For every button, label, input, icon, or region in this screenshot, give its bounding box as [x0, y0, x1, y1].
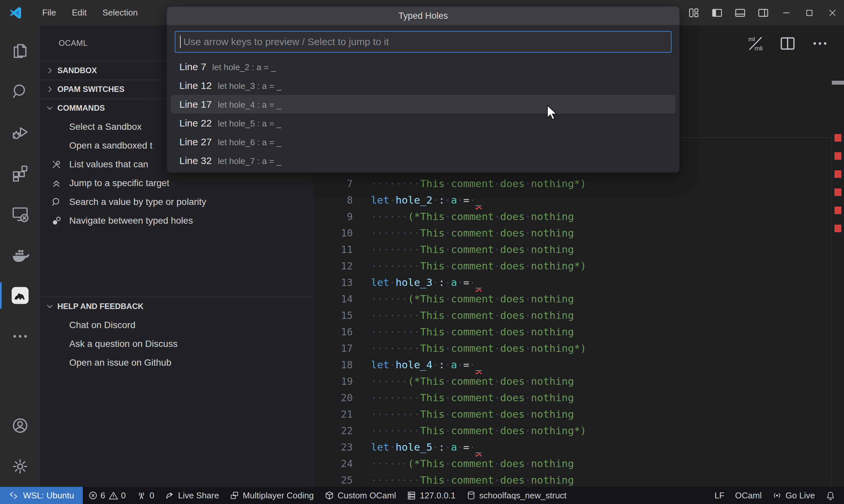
line-number[interactable]: 14: [313, 293, 353, 305]
code-line[interactable]: 15········This·comment·does·nothing: [313, 307, 574, 323]
sidebar-item-chat-on-discord[interactable]: Chat on Discord: [40, 316, 313, 334]
menu-file[interactable]: File: [34, 0, 64, 25]
activity-item-search[interactable]: [0, 71, 40, 112]
code-line[interactable]: 24······(*This·comment·does·nothing: [313, 455, 574, 472]
code-line[interactable]: 21········This·comment·does·nothing: [313, 406, 574, 422]
line-number[interactable]: 12: [313, 260, 353, 272]
ports-status[interactable]: 0: [131, 487, 159, 504]
code-text: ········This·comment·does·nothing*): [371, 425, 586, 436]
live-share-icon: [165, 490, 175, 500]
vscode-logo-icon: [8, 5, 23, 20]
code-line[interactable]: 8let·hole_2·:·a·=·_: [313, 192, 482, 208]
activity-item-accounts[interactable]: [0, 405, 40, 446]
section-header-help-and-feedback[interactable]: HELP AND FEEDBACK: [40, 297, 313, 316]
line-number[interactable]: 17: [313, 343, 353, 354]
quick-pick-row[interactable]: Line 32let hole_7 : a = _: [171, 151, 675, 170]
menu-selection[interactable]: Selection: [94, 0, 146, 25]
code-line[interactable]: 23let·hole_5·:·a·=·_: [313, 439, 482, 455]
language-status[interactable]: OCaml: [729, 490, 767, 501]
code-line[interactable]: 13let·hole_3·:·a·=·_: [313, 274, 482, 290]
quick-pick-row[interactable]: Line 22let hole_5 : a = _: [171, 114, 675, 132]
minimize-button[interactable]: [775, 0, 798, 25]
line-number[interactable]: 16: [313, 326, 353, 338]
code-line[interactable]: 10········This·comment·does·nothing: [313, 224, 574, 241]
line-number[interactable]: 10: [313, 227, 353, 239]
quick-pick-row[interactable]: Line 17let hole_4 : a = _: [171, 95, 675, 114]
sidebar-item-search-a-value-by-type-or-polarity[interactable]: Search a value by type or polarity: [40, 192, 313, 211]
custom-ocaml-status[interactable]: Custom OCaml: [319, 487, 401, 504]
line-number[interactable]: 11: [313, 244, 353, 255]
code-line[interactable]: 16········This·comment·does·nothing: [313, 323, 574, 340]
more-actions-button[interactable]: [811, 35, 829, 52]
activity-item-run-debug[interactable]: [0, 112, 40, 152]
sidebar-item-open-an-issue-on-github[interactable]: Open an issue on Github: [40, 353, 313, 372]
live-share-status[interactable]: Live Share: [159, 487, 224, 504]
code-line[interactable]: 25········This·comment·does·nothing: [313, 472, 574, 488]
line-number[interactable]: 15: [313, 310, 353, 321]
notifications-bell[interactable]: [820, 490, 841, 500]
activity-item-extensions[interactable]: [0, 152, 40, 193]
error-count: 6: [101, 490, 105, 501]
quick-pick-row[interactable]: Line 12let hole_3 : a = _: [171, 76, 675, 95]
line-number[interactable]: 21: [313, 409, 353, 420]
eol-status[interactable]: LF: [709, 490, 729, 501]
problems-status[interactable]: 6 0: [83, 487, 131, 504]
line-number[interactable]: 9: [313, 211, 353, 222]
quick-pick-row[interactable]: Line 7let hole_2 : a = _: [171, 57, 675, 76]
mlmli-toggle-button[interactable]: mlmli: [746, 35, 764, 52]
go-live-status[interactable]: Go Live: [767, 490, 820, 501]
code-line[interactable]: 9······(*This·comment·does·nothing: [313, 208, 574, 224]
layout-panel-button[interactable]: [729, 0, 752, 25]
server-icon: [407, 490, 416, 500]
chevron-right-icon: [45, 84, 55, 94]
code-text: ········This·comment·does·nothing*): [371, 342, 586, 354]
activity-item-ocaml[interactable]: [0, 275, 40, 316]
multiplayer-status[interactable]: Multiplayer Coding: [224, 487, 319, 504]
line-number[interactable]: 20: [313, 392, 353, 403]
line-number[interactable]: 23: [313, 442, 353, 453]
remote-indicator[interactable]: WSL: Ubuntu: [0, 487, 83, 504]
line-number[interactable]: 25: [313, 474, 353, 486]
code-line[interactable]: 14······(*This·comment·does·nothing: [313, 290, 574, 307]
line-number[interactable]: 19: [313, 376, 353, 387]
quick-pick-input[interactable]: Use arrow keys to preview / Select to ju…: [175, 31, 672, 53]
code-line[interactable]: 19······(*This·comment·does·nothing: [313, 373, 574, 389]
code-line[interactable]: 12········This·comment·does·nothing*): [313, 257, 586, 274]
sidebar-item-navigate-between-typed-holes[interactable]: Navigate between typed holes: [40, 211, 313, 230]
line-number[interactable]: 18: [313, 359, 353, 371]
code-line[interactable]: 7········This·comment·does·nothing*): [313, 175, 586, 192]
activity-item-explorer[interactable]: [0, 30, 40, 71]
customize-layout-button[interactable]: [683, 0, 706, 25]
code-line[interactable]: 11········This·comment·does·nothing: [313, 241, 574, 257]
overview-ruler[interactable]: [831, 138, 844, 487]
maximize-button[interactable]: [798, 0, 821, 25]
line-number[interactable]: 24: [313, 458, 353, 469]
scrollbar-handle[interactable]: [832, 81, 844, 85]
remote-icon: [8, 490, 18, 500]
activity-item-remote-explorer[interactable]: [0, 193, 40, 234]
sidebar-item-ask-a-question-on-discuss[interactable]: Ask a question on Discuss: [40, 334, 313, 353]
line-number[interactable]: 7: [313, 178, 353, 190]
activity-item-docker[interactable]: [0, 234, 40, 275]
activity-item-more[interactable]: [0, 316, 40, 357]
line-number[interactable]: 13: [313, 277, 353, 288]
quick-pick-row-label: Line 12: [179, 76, 212, 95]
code-line[interactable]: 18let·hole_4·:·a·=·_: [313, 356, 482, 373]
close-button[interactable]: [821, 0, 844, 25]
code-line[interactable]: 17········This·comment·does·nothing*): [313, 340, 586, 356]
line-number[interactable]: 8: [313, 194, 353, 206]
code-text: ······(*This·comment·does·nothing: [371, 375, 574, 387]
code-text: ········This·comment·does·nothing: [371, 474, 574, 486]
menu-edit[interactable]: Edit: [64, 0, 94, 25]
sidebar-item-jump-to-a-specific-target[interactable]: Jump to a specific target: [40, 174, 313, 192]
layout-sidebar-right-button[interactable]: [752, 0, 775, 25]
code-line[interactable]: 20········This·comment·does·nothing: [313, 389, 574, 406]
database-status[interactable]: schoolfaqs_new_struct: [461, 487, 572, 504]
activity-item-settings[interactable]: [0, 446, 40, 487]
layout-sidebar-button[interactable]: [706, 0, 729, 25]
split-editor-button[interactable]: [779, 35, 796, 52]
quick-pick-row[interactable]: Line 27let hole_6 : a = _: [171, 132, 675, 151]
line-number[interactable]: 22: [313, 425, 353, 436]
code-line[interactable]: 22········This·comment·does·nothing*): [313, 422, 586, 439]
host-status[interactable]: 127.0.0.1: [401, 487, 461, 504]
